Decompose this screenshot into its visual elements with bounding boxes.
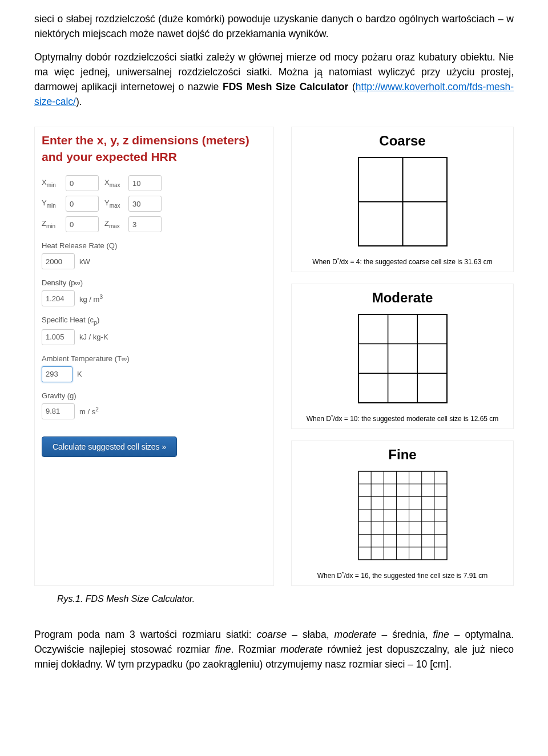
cp-unit: kJ / kg-K (79, 333, 108, 341)
hrr-unit: kW (79, 257, 90, 266)
moderate-grid-icon (299, 312, 506, 408)
coarse-caption-val: 31.63 cm (464, 258, 492, 266)
xmax-label: Xmax (104, 178, 123, 188)
cp-block: Specific Heat (cp) kJ / kg-K (42, 316, 267, 345)
hrr-label: Heat Release Rate (Q) (42, 241, 267, 250)
hrr-block: Heat Release Rate (Q) kW (42, 241, 267, 269)
ymax-label: Ymax (104, 199, 123, 209)
gravity-input[interactable] (42, 403, 75, 419)
z-row: Zmin Zmax (42, 216, 267, 232)
temp-label: Ambient Temperature (T∞) (42, 354, 267, 363)
gravity-unit: m / s2 (79, 406, 99, 416)
zmin-label: Zmin (42, 219, 60, 229)
y-row: Ymin Ymax (42, 196, 267, 212)
mesh-examples-panel: Coarse When D*/dx = 4: the suggested coa… (291, 127, 514, 586)
temp-input[interactable] (42, 366, 72, 382)
fds-app-name: FDS Mesh Size Calculator (223, 81, 348, 92)
coarse-caption-pre: When D*/dx = 4: the suggested coarse cel… (312, 258, 464, 266)
para2-close: ). (76, 96, 82, 107)
figure-area: Enter the x, y, z dimensions (meters) an… (34, 127, 514, 586)
coarse-grid-icon (299, 155, 506, 251)
density-input[interactable] (42, 290, 75, 306)
coarse-title: Coarse (299, 133, 506, 149)
moderate-card: Moderate When D*/dx = 10: the suggested … (291, 284, 514, 429)
gravity-block: Gravity (g) m / s2 (42, 391, 267, 419)
paragraph-2: Optymalny dobór rozdzielczości siatki za… (34, 50, 514, 110)
ymax-input[interactable] (128, 196, 162, 212)
coarse-card: Coarse When D*/dx = 4: the suggested coa… (291, 127, 514, 272)
density-label: Density (p∞) (42, 278, 267, 287)
temp-unit: K (77, 370, 82, 378)
calculate-button[interactable]: Calculate suggested cell sizes » (42, 436, 177, 457)
fine-caption: When D*/dx = 16, the suggested fine cell… (299, 571, 506, 580)
figure-caption: Rys.1. FDS Mesh Size Calculator. (57, 594, 514, 604)
density-unit: kg / m3 (79, 294, 103, 304)
moderate-title: Moderate (299, 290, 506, 306)
fine-card: Fine When D*/dx = 16, the suggested fine… (291, 440, 514, 586)
calculator-form-panel: Enter the x, y, z dimensions (meters) an… (34, 127, 274, 586)
temp-block: Ambient Temperature (T∞) K (42, 354, 267, 382)
paragraph-1: sieci o słabej rozdzielczość (duże komór… (34, 11, 514, 42)
zmax-label: Zmax (104, 219, 123, 229)
fine-caption-pre: When D*/dx = 16, the suggested fine cell… (317, 572, 464, 580)
x-row: Xmin Xmax (42, 175, 267, 191)
moderate-caption: When D*/dx = 10: the suggested moderate … (299, 414, 506, 423)
gravity-label: Gravity (g) (42, 391, 267, 400)
fine-caption-val: 7.91 cm (464, 572, 488, 580)
xmax-input[interactable] (128, 175, 162, 191)
ymin-label: Ymin (42, 199, 60, 209)
hrr-input[interactable] (42, 253, 75, 269)
svg-rect-3 (358, 314, 447, 403)
cp-input[interactable] (42, 329, 75, 345)
coarse-caption: When D*/dx = 4: the suggested coarse cel… (299, 257, 506, 266)
xmin-label: Xmin (42, 178, 60, 188)
form-heading: Enter the x, y, z dimensions (meters) an… (42, 132, 267, 165)
fine-grid-icon (299, 468, 506, 565)
para2-open: ( (348, 81, 356, 92)
svg-rect-8 (358, 471, 447, 560)
moderate-caption-val: 12.65 cm (470, 415, 498, 423)
moderate-caption-pre: When D*/dx = 10: the suggested moderate … (307, 415, 470, 423)
density-block: Density (p∞) kg / m3 (42, 278, 267, 306)
ymin-input[interactable] (66, 196, 99, 212)
paragraph-3: Program poda nam 3 wartości rozmiaru sia… (34, 627, 514, 672)
cp-label: Specific Heat (cp) (42, 316, 267, 326)
xmin-input[interactable] (66, 175, 99, 191)
fine-title: Fine (299, 447, 506, 463)
zmin-input[interactable] (66, 216, 99, 232)
zmax-input[interactable] (128, 216, 162, 232)
